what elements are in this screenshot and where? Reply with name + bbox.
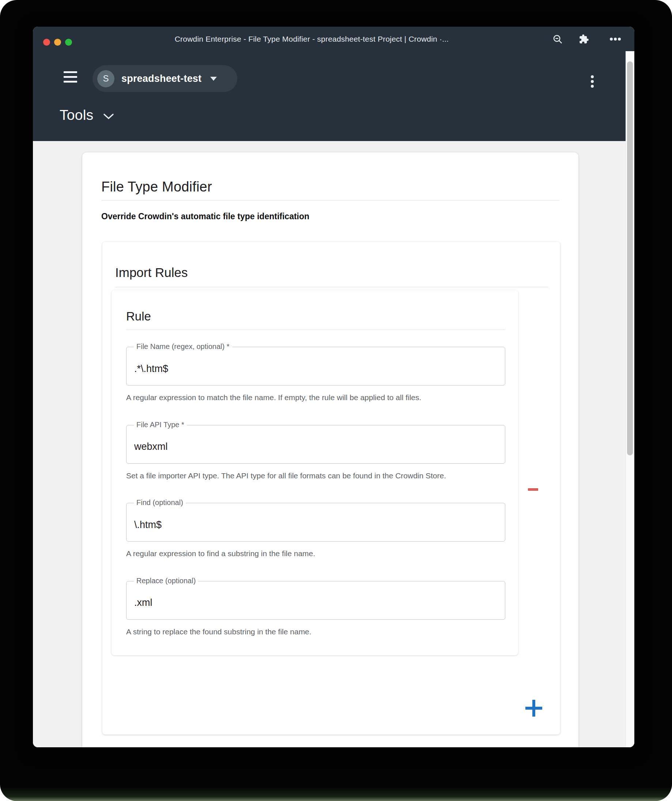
screenshot-canvas: Crowdin Enterprise - File Type Modifier …	[0, 0, 672, 801]
import-rules-heading: Import Rules	[115, 265, 548, 280]
file-type-modifier-card: File Type Modifier Override Crowdin's au…	[82, 152, 579, 747]
project-avatar: S	[97, 70, 114, 87]
text-field-outline: File API Type *	[126, 425, 505, 464]
text-field-outline: File Name (regex, optional) *	[126, 347, 505, 386]
plus-icon	[522, 696, 545, 720]
tools-menu[interactable]: Tools	[60, 107, 114, 123]
chevron-down-icon	[103, 113, 114, 120]
field-file-api-type: File API Type * Set a file importer API …	[126, 425, 505, 482]
scrollbar-track[interactable]	[625, 51, 634, 747]
add-rule-button[interactable]	[522, 696, 545, 720]
caret-down-icon	[210, 77, 217, 81]
text-field-outline: Find (optional)	[126, 503, 505, 542]
hamburger-menu-icon[interactable]	[64, 71, 77, 83]
field-helper: A regular expression to match the file n…	[126, 392, 495, 404]
fullscreen-window-button[interactable]	[65, 39, 72, 46]
minus-icon	[528, 488, 538, 491]
field-helper: Set a file importer API type. The API ty…	[126, 470, 495, 482]
project-switcher[interactable]: S spreadsheet-test	[92, 65, 237, 92]
remove-rule-button[interactable]	[525, 482, 541, 497]
scrollbar-thumb[interactable]	[627, 61, 633, 455]
remove-rule-column	[518, 290, 548, 655]
app-header: Crowdin Enterprise - File Type Modifier …	[33, 27, 634, 141]
tools-label: Tools	[60, 107, 93, 123]
app-menu-kebab-icon[interactable]	[588, 74, 597, 90]
rule-row: Rule File Name (regex, optional) * A reg…	[111, 290, 548, 655]
rule-heading: Rule	[126, 309, 505, 323]
text-field-outline: Replace (optional)	[126, 581, 505, 620]
file-name-input[interactable]	[127, 347, 505, 385]
field-helper: A string to replace the found substring …	[126, 626, 495, 638]
browser-window: Crowdin Enterprise - File Type Modifier …	[33, 27, 634, 747]
import-rules-card: Import Rules Rule File Name (regex, opti…	[102, 242, 560, 735]
bottom-glow	[0, 787, 672, 801]
field-helper: A regular expression to find a substring…	[126, 548, 495, 560]
page-title: File Type Modifier	[101, 179, 559, 195]
field-find: Find (optional) A regular expression to …	[126, 503, 505, 560]
field-replace: Replace (optional) A string to replace t…	[126, 581, 505, 638]
file-api-type-input[interactable]	[127, 425, 505, 463]
minimize-window-button[interactable]	[54, 39, 61, 46]
field-file-name: File Name (regex, optional) * A regular …	[126, 347, 505, 404]
extensions-puzzle-icon[interactable]	[578, 33, 590, 45]
divider	[126, 330, 505, 330]
divider	[115, 287, 548, 287]
browser-tab-title: Crowdin Enterprise - File Type Modifier …	[84, 35, 539, 43]
replace-input[interactable]	[127, 581, 505, 619]
zoom-out-icon[interactable]	[551, 33, 564, 45]
rule-card: Rule File Name (regex, optional) * A reg…	[111, 290, 518, 655]
divider	[101, 200, 559, 201]
page-subtitle: Override Crowdin's automatic file type i…	[101, 212, 559, 222]
backdrop: Crowdin Enterprise - File Type Modifier …	[0, 0, 672, 801]
find-input[interactable]	[127, 503, 505, 541]
close-window-button[interactable]	[43, 39, 50, 46]
page-content: File Type Modifier Override Crowdin's au…	[33, 141, 634, 747]
browser-menu-kebab-icon[interactable]	[609, 33, 622, 45]
project-name: spreadsheet-test	[121, 73, 201, 84]
